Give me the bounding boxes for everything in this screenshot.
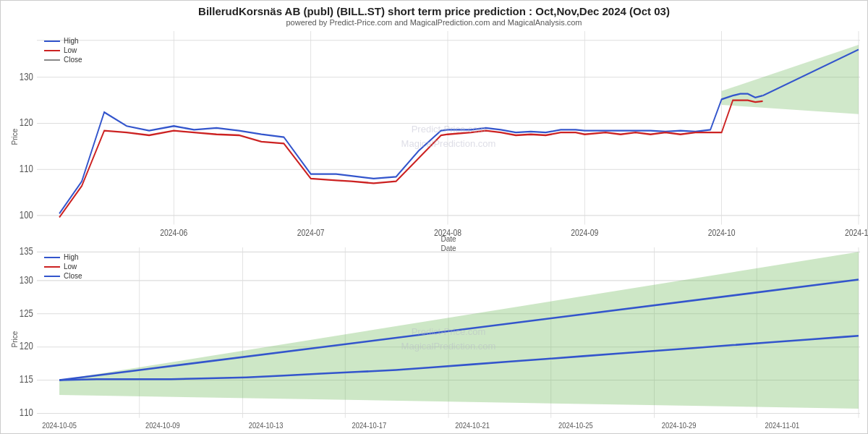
legend2-high-label: High (64, 253, 79, 261)
svg-text:2024-10-29: 2024-10-29 (662, 421, 697, 430)
svg-text:130: 130 (20, 70, 33, 82)
legend-low-line (44, 50, 60, 51)
chart1-y-label: Price (11, 128, 19, 145)
high-line-chart1 (59, 94, 762, 214)
legend-close: Close (44, 56, 82, 64)
chart-top: High Low Close Price Predict-Price.comMa… (1, 28, 867, 244)
svg-text:2024-10-05: 2024-10-05 (42, 421, 77, 430)
legend-close-label: Close (64, 56, 82, 64)
legend-low-label: Low (64, 46, 77, 54)
svg-text:2024-10-09: 2024-10-09 (145, 421, 180, 430)
svg-text:2024-10-17: 2024-10-17 (352, 421, 387, 430)
legend-high: High (44, 37, 82, 45)
legend2-low-line (44, 266, 60, 268)
svg-text:2024-11-01: 2024-11-01 (765, 421, 800, 430)
chart1-x-label: Date (37, 235, 860, 243)
svg-text:100: 100 (20, 209, 33, 221)
legend2-low: Low (44, 263, 82, 271)
svg-text:120: 120 (20, 116, 33, 128)
legend-high-line (44, 41, 60, 42)
svg-text:2024-10-13: 2024-10-13 (249, 421, 284, 430)
prediction-cone-top (722, 45, 859, 114)
svg-text:125: 125 (20, 307, 33, 319)
chart2-y-label: Price (11, 331, 19, 347)
chart2-inner: Predict-Price.comMagicalPrediction.com (37, 247, 860, 432)
header: BillerudKorsnäs AB (publ) (BILL.ST) shor… (1, 1, 867, 28)
svg-text:2024-10-21: 2024-10-21 (455, 421, 490, 430)
page-title: BillerudKorsnäs AB (publ) (BILL.ST) shor… (1, 5, 867, 17)
legend2-close-line (44, 276, 60, 277)
svg-text:120: 120 (20, 340, 33, 352)
chart1-inner: Predict-Price.comMagicalPrediction.com 1… (37, 31, 860, 243)
chart-bottom: High Low Close Price Predict-Price.comMa… (1, 244, 867, 433)
chart2-legend: High Low Close (44, 253, 82, 280)
legend-high-label: High (64, 37, 79, 45)
legend-low: Low (44, 46, 82, 54)
page-subtitle: powered by Predict-Price.com and Magical… (1, 18, 867, 27)
legend-close-line (44, 59, 60, 61)
svg-text:2024-10-25: 2024-10-25 (558, 421, 593, 430)
chart2-svg: 110 115 120 125 130 135 2024-10-05 2024-… (37, 247, 860, 432)
svg-text:135: 135 (20, 245, 33, 257)
legend2-close: Close (44, 272, 82, 280)
legend2-close-label: Close (64, 272, 82, 280)
chart1-svg: 100 110 120 130 2024-06 2024-07 2024-08 … (37, 31, 860, 243)
legend2-low-label: Low (64, 263, 77, 271)
main-container: BillerudKorsnäs AB (publ) (BILL.ST) shor… (0, 0, 868, 434)
svg-text:130: 130 (20, 274, 33, 286)
legend2-high: High (44, 253, 82, 261)
svg-text:110: 110 (20, 163, 33, 174)
legend2-high-line (44, 257, 60, 258)
chart1-legend: High Low Close (44, 37, 82, 64)
svg-text:110: 110 (20, 407, 33, 418)
svg-text:115: 115 (20, 373, 33, 385)
